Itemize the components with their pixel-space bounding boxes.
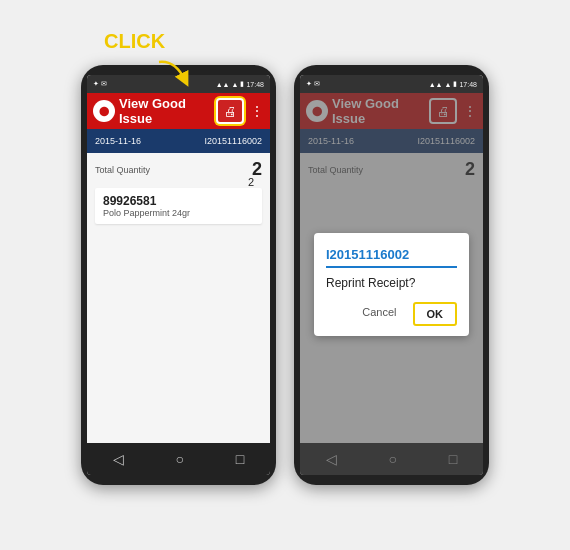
- dialog-message: Reprint Receipt?: [326, 276, 457, 290]
- right-phone: ✦ ✉ ▲▲ ▲ ▮ 17:48 ⬤ View Good Issue 🖨: [294, 65, 489, 485]
- signal-icon: ▲▲: [216, 81, 230, 88]
- left-item-name: Polo Pappermint 24gr: [103, 208, 254, 218]
- left-status-right-icons: ▲▲ ▲ ▮ 17:48: [216, 80, 264, 88]
- left-bottom-nav: ◁ ○ □: [87, 443, 270, 475]
- right-status-icons: ✦ ✉: [306, 80, 320, 88]
- reprint-dialog: I20151116002 Reprint Receipt? Cancel OK: [314, 233, 469, 336]
- right-phone-screen: ✦ ✉ ▲▲ ▲ ▮ 17:48 ⬤ View Good Issue 🖨: [300, 75, 483, 475]
- right-status-bar: ✦ ✉ ▲▲ ▲ ▮ 17:48: [300, 75, 483, 93]
- time-display: 17:48: [246, 81, 264, 88]
- more-icon[interactable]: ⋮: [250, 103, 264, 119]
- dialog-overlay: I20151116002 Reprint Receipt? Cancel OK: [300, 93, 483, 475]
- left-phone: ✦ ✉ ▲▲ ▲ ▮ 17:48 ⬤ View Good Issue 🖨: [81, 65, 276, 485]
- left-total-qty-label: Total Quantity: [95, 165, 150, 175]
- left-phone-screen: ✦ ✉ ▲▲ ▲ ▮ 17:48 ⬤ View Good Issue 🖨: [87, 75, 270, 475]
- bluetooth-icon: ✦: [93, 80, 99, 88]
- dialog-buttons: Cancel OK: [326, 302, 457, 326]
- right-wifi-icon: ▲: [445, 81, 452, 88]
- left-content: Total Quantity 2 2 89926581 Polo Papperm…: [87, 153, 270, 443]
- click-label: CLICK: [104, 30, 165, 53]
- right-bluetooth-icon: ✦: [306, 80, 312, 88]
- arrow-icon: [155, 58, 191, 92]
- left-total-qty-row: Total Quantity 2: [95, 159, 262, 180]
- right-battery-icon: ▮: [453, 80, 457, 88]
- print-button[interactable]: 🖨: [216, 98, 244, 124]
- ok-button[interactable]: OK: [413, 302, 458, 326]
- battery-icon: ▮: [240, 80, 244, 88]
- left-total-qty-value: 2: [252, 159, 262, 180]
- left-item-row: 2 89926581 Polo Pappermint 24gr: [95, 188, 262, 224]
- scene: ✦ ✉ ▲▲ ▲ ▮ 17:48 ⬤ View Good Issue 🖨: [61, 45, 509, 505]
- right-notification-icon: ✉: [314, 80, 320, 88]
- left-app-bar: ⬤ View Good Issue 🖨 ⋮: [87, 93, 270, 129]
- left-recent-button[interactable]: □: [236, 451, 244, 467]
- wifi-icon: ▲: [232, 81, 239, 88]
- right-time-display: 17:48: [459, 81, 477, 88]
- left-date: 2015-11-16: [95, 136, 141, 146]
- right-status-right-icons: ▲▲ ▲ ▮ 17:48: [429, 80, 477, 88]
- right-signal-icon: ▲▲: [429, 81, 443, 88]
- left-item-code: 89926581: [103, 194, 254, 208]
- cancel-button[interactable]: Cancel: [356, 302, 402, 326]
- print-icon: 🖨: [224, 104, 237, 119]
- left-issue-id: I20151116002: [204, 136, 262, 146]
- left-logo: ⬤: [93, 100, 115, 122]
- logo-icon: ⬤: [99, 106, 109, 116]
- left-sub-header: 2015-11-16 I20151116002: [87, 129, 270, 153]
- dialog-issue-id: I20151116002: [326, 247, 457, 268]
- left-status-icons: ✦ ✉: [93, 80, 107, 88]
- left-home-button[interactable]: ○: [176, 451, 184, 467]
- notification-icon: ✉: [101, 80, 107, 88]
- left-app-title: View Good Issue: [119, 96, 212, 126]
- left-back-button[interactable]: ◁: [113, 451, 124, 467]
